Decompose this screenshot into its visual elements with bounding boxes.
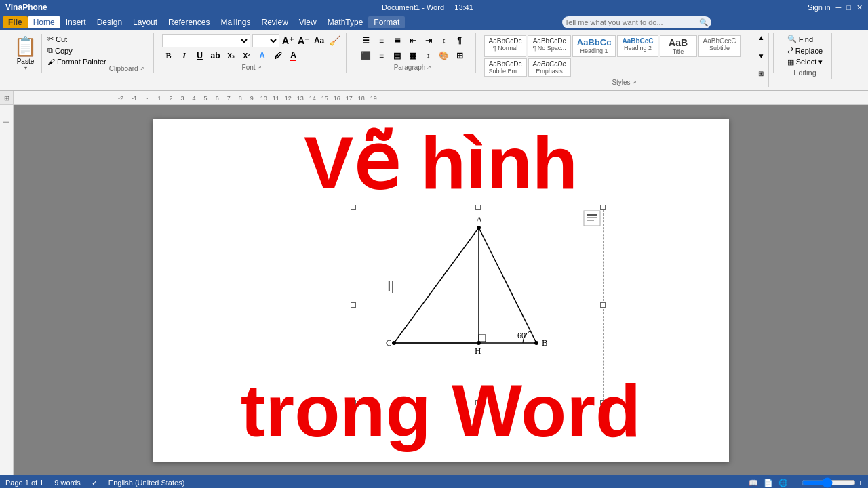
- ruler-corner[interactable]: ⊞: [0, 92, 14, 105]
- select-button[interactable]: ▦ Select ▾: [786, 57, 825, 67]
- handle-tc[interactable]: [475, 205, 481, 210]
- print-layout-icon[interactable]: 📄: [764, 479, 773, 487]
- numbering-button[interactable]: ≡: [375, 34, 389, 47]
- font-name-select[interactable]: [162, 34, 250, 47]
- page[interactable]: Vẽ hình: [153, 119, 729, 462]
- style-normal[interactable]: AaBbCcDc ¶ Normal: [484, 35, 527, 57]
- handle-br[interactable]: [600, 400, 606, 405]
- superscript-button[interactable]: X²: [240, 49, 254, 62]
- find-label: Find: [799, 35, 813, 43]
- style-title[interactable]: AaB Title: [660, 35, 697, 57]
- align-center-button[interactable]: ≡: [375, 49, 389, 62]
- handle-ml[interactable]: [351, 302, 356, 308]
- zoom-slider[interactable]: ─ +: [793, 478, 863, 487]
- line-spacing-button[interactable]: ↕: [422, 49, 435, 62]
- format-painter-button[interactable]: 🖌 Format Painter: [45, 57, 109, 66]
- font-controls: A⁺ A⁻ Aa 🧹 B I U ab X₂ X² A 🖊 A: [162, 34, 342, 62]
- zoom-in-icon[interactable]: +: [859, 479, 863, 487]
- svg-point-8: [534, 341, 538, 345]
- handle-bc[interactable]: [475, 400, 481, 405]
- subscript-button[interactable]: X₂: [224, 49, 238, 62]
- show-marks-button[interactable]: ¶: [453, 34, 467, 47]
- style-subtitle[interactable]: AaBbCccC Subtitle: [698, 35, 741, 57]
- align-right-button[interactable]: ▤: [391, 49, 404, 62]
- menu-layout[interactable]: Layout: [127, 16, 163, 28]
- red-text-line1: Vẽ hình: [304, 121, 578, 204]
- italic-button[interactable]: I: [178, 49, 191, 62]
- copy-button[interactable]: ⧉ Copy: [45, 45, 109, 56]
- find-button[interactable]: 🔍 Find: [786, 34, 825, 44]
- change-case-icon[interactable]: Aa: [313, 34, 326, 47]
- style-heading2[interactable]: AaBbCcC Heading 2: [617, 35, 658, 57]
- menu-design[interactable]: Design: [92, 16, 127, 28]
- menu-references[interactable]: References: [163, 16, 215, 28]
- search-box[interactable]: [562, 16, 711, 28]
- font-size-select[interactable]: [252, 34, 279, 47]
- style-heading1[interactable]: AaBbCc Heading 1: [572, 35, 616, 57]
- svg-text:H: H: [475, 346, 481, 356]
- styles-more[interactable]: ⊞: [758, 70, 765, 77]
- handle-tl[interactable]: [351, 205, 356, 210]
- menu-mailings[interactable]: Mailings: [215, 16, 256, 28]
- maximize-icon[interactable]: □: [846, 3, 851, 12]
- shading-button[interactable]: 🎨: [437, 49, 451, 62]
- menu-format[interactable]: Format: [368, 16, 405, 28]
- font-shrink-icon[interactable]: A⁻: [297, 34, 311, 47]
- styles-group: AaBbCcDc ¶ Normal AaBbCcDc ¶ No Spac... …: [480, 33, 770, 87]
- sign-in-link[interactable]: Sign in: [808, 3, 831, 12]
- zoom-out-icon[interactable]: ─: [793, 479, 799, 487]
- style-emphasis[interactable]: AaBbCcDc Emphasis: [528, 58, 571, 77]
- web-layout-icon[interactable]: 🌐: [778, 479, 788, 487]
- font-name-row: A⁺ A⁻ Aa 🧹: [162, 34, 342, 47]
- minimize-icon[interactable]: ─: [836, 3, 842, 12]
- justify-button[interactable]: ▦: [406, 49, 420, 62]
- multilevel-button[interactable]: ≣: [391, 34, 404, 47]
- title-bar: VinaPhone Document1 - Word 13:41 Sign in…: [0, 0, 868, 15]
- read-mode-icon[interactable]: 📖: [749, 479, 758, 487]
- styles-expand-icon[interactable]: ↗: [632, 79, 637, 85]
- handle-bl[interactable]: [351, 400, 356, 405]
- increase-indent-button[interactable]: ⇥: [422, 34, 435, 47]
- paste-button[interactable]: 📋 Paste ▾: [9, 34, 42, 73]
- menu-review[interactable]: Review: [256, 16, 293, 28]
- document-area[interactable]: Vẽ hình: [14, 105, 868, 475]
- zoom-range[interactable]: [802, 478, 856, 487]
- clear-format-icon[interactable]: 🧹: [328, 34, 342, 47]
- style-no-spacing[interactable]: AaBbCcDc ¶ No Spac...: [528, 35, 570, 57]
- left-margin-marker: |: [3, 121, 10, 123]
- drawing-box[interactable]: A B C H 60° I|: [353, 207, 604, 403]
- decrease-indent-button[interactable]: ⇤: [406, 34, 420, 47]
- cut-button[interactable]: ✂ Cut: [45, 34, 109, 44]
- handle-mr[interactable]: [600, 302, 606, 308]
- strikethrough-button[interactable]: ab: [209, 49, 222, 62]
- menu-home[interactable]: Home: [28, 16, 60, 28]
- cut-icon: ✂: [47, 35, 54, 43]
- menu-view[interactable]: View: [294, 16, 322, 28]
- replace-button[interactable]: ⇄ Replace: [786, 45, 825, 56]
- language[interactable]: English (United States): [108, 479, 185, 487]
- menu-file[interactable]: File: [3, 16, 28, 28]
- handle-tr[interactable]: [600, 205, 606, 210]
- text-effects-button[interactable]: A: [256, 49, 269, 62]
- font-color-button[interactable]: A: [287, 49, 300, 62]
- font-grow-icon[interactable]: A⁺: [281, 34, 295, 47]
- menu-insert[interactable]: Insert: [60, 16, 92, 28]
- editing-controls: 🔍 Find ⇄ Replace ▦ Select ▾: [786, 34, 825, 67]
- borders-button[interactable]: ⊞: [453, 49, 467, 62]
- select-icon: ▦: [787, 58, 794, 66]
- menu-mathtype[interactable]: MathType: [322, 16, 369, 28]
- styles-scroll-down[interactable]: ▼: [758, 52, 765, 60]
- bullets-button[interactable]: ☰: [359, 34, 373, 47]
- paragraph-expand-icon[interactable]: ↗: [427, 64, 431, 70]
- align-row: ⬛ ≡ ▤ ▦ ↕ 🎨 ⊞: [359, 49, 467, 62]
- styles-scroll-up[interactable]: ▲: [758, 34, 765, 41]
- clipboard-expand-icon[interactable]: ↗: [140, 66, 144, 72]
- font-expand-icon[interactable]: ↗: [257, 64, 262, 70]
- text-highlight-button[interactable]: 🖊: [271, 49, 285, 62]
- align-left-button[interactable]: ⬛: [359, 49, 373, 62]
- close-icon[interactable]: ✕: [856, 3, 863, 12]
- sort-button[interactable]: ↕: [437, 34, 451, 47]
- underline-button[interactable]: U: [193, 49, 207, 62]
- bold-button[interactable]: B: [162, 49, 176, 62]
- style-subtle-em[interactable]: AaBbCcDc Subtle Em...: [484, 58, 527, 77]
